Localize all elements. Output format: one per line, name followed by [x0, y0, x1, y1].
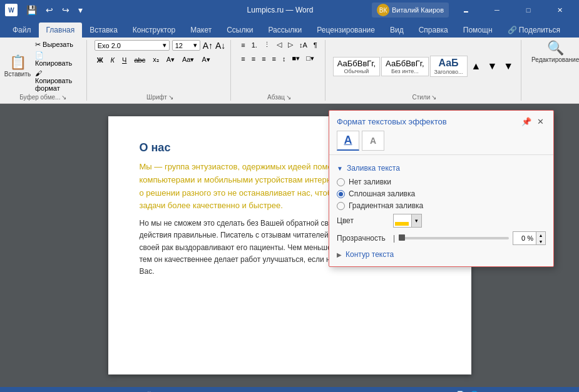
slider-pipe: |	[393, 234, 395, 243]
transparency-value-box[interactable]: 0 % ▲ ▼	[513, 231, 546, 245]
italic-button[interactable]: К	[108, 56, 117, 64]
multilevel-button[interactable]: ⋮	[261, 40, 273, 49]
clipboard-label: Буфер обме... ↘	[5, 94, 81, 101]
user-badge[interactable]: ВК Виталий Каиров	[372, 3, 449, 18]
color-dropdown-arrow[interactable]: ▾	[412, 214, 422, 228]
tab-assist[interactable]: Помощн	[456, 23, 500, 38]
show-marks-button[interactable]: ¶	[311, 40, 320, 49]
borders-button[interactable]: □▾	[304, 54, 317, 63]
color-row[interactable]: A▾	[164, 55, 177, 64]
text-effects-button[interactable]: A▾	[199, 55, 212, 64]
tab-share[interactable]: 🔗 Поделиться	[500, 23, 568, 38]
styles-scroll-down[interactable]: ▼	[484, 60, 500, 73]
numbering-button[interactable]: 1.	[249, 40, 260, 49]
user-name: Виталий Каиров	[392, 6, 444, 14]
spinner-up[interactable]: ▲	[536, 232, 545, 238]
editing-content: 🔍 Редактирование	[529, 40, 579, 99]
strikethrough-button[interactable]: abc	[131, 56, 148, 64]
save-button[interactable]: 💾	[24, 4, 39, 16]
font-selector[interactable]: Exo 2.0 ▾	[95, 40, 170, 51]
solid-fill-radio[interactable]	[337, 190, 345, 198]
tab-mailings[interactable]: Рассылки	[260, 23, 309, 38]
format-panel: Формат текстовых эффектов 📌 ✕ A A ▼ Зали…	[329, 110, 554, 267]
tab-layout[interactable]: Макет	[183, 23, 219, 38]
align-right-button[interactable]: ≡	[259, 54, 268, 63]
transparency-track[interactable]	[399, 237, 509, 239]
decrease-font-button[interactable]: A↓	[215, 41, 225, 51]
indent-increase-button[interactable]: ▷	[285, 40, 295, 49]
redo-button[interactable]: ↪	[59, 4, 72, 16]
solid-fill-label: Сплошная заливка	[349, 189, 415, 198]
no-fill-radio[interactable]	[337, 178, 345, 186]
paragraph-expand-icon[interactable]: ↘	[286, 94, 291, 101]
font-dropdown-icon: ▾	[163, 41, 167, 49]
title-bar-left: W 💾 ↩ ↪ ▾	[5, 4, 188, 16]
style-normal[interactable]: АаБбВвГг, Обычный	[333, 57, 380, 76]
align-left-button[interactable]: ≡	[238, 54, 247, 63]
font-size-selector[interactable]: 12 ▾	[172, 40, 200, 51]
cut-button[interactable]: ✂ Вырезать	[33, 40, 81, 49]
tab-home[interactable]: Главная	[39, 23, 83, 38]
maximize-button[interactable]: □	[514, 0, 543, 20]
style-no-spacing[interactable]: АаБбВвГг, Без инте...	[381, 57, 428, 76]
gradient-fill-option[interactable]: Градиентная заливка	[337, 201, 546, 210]
search-button[interactable]: 🔍 Редактирование	[529, 40, 579, 64]
close-button[interactable]: ✕	[545, 0, 574, 20]
increase-font-button[interactable]: A↑	[203, 41, 213, 51]
clipboard-expand-icon[interactable]: ↘	[61, 94, 66, 101]
align-center-button[interactable]: ≡	[249, 54, 258, 63]
bold-button[interactable]: Ж	[95, 56, 106, 64]
transparency-thumb[interactable]	[399, 234, 405, 241]
tab-help[interactable]: Справка	[411, 23, 456, 38]
shading-button[interactable]: ■▾	[290, 54, 303, 63]
sort-button[interactable]: ↕A	[297, 40, 310, 49]
paste-button[interactable]: 📋 Вставить	[5, 54, 30, 79]
paragraph-label: Абзац ↘	[238, 94, 319, 101]
no-fill-option[interactable]: Нет заливки	[337, 178, 546, 186]
color-swatch-button[interactable]	[393, 214, 412, 228]
panel-pin-button[interactable]: 📌	[521, 116, 532, 127]
copy-button[interactable]: 📄 Копировать	[33, 51, 81, 68]
format-copy-button[interactable]: 🖌 Копировать формат	[33, 69, 81, 93]
outline-section[interactable]: ▶ Контур текста	[337, 250, 546, 259]
font-row1: Exo 2.0 ▾ 12 ▾ A↑ A↓	[95, 40, 226, 51]
spinner-down[interactable]: ▼	[536, 238, 545, 244]
line-spacing-button[interactable]: ↕	[280, 54, 289, 63]
style-heading[interactable]: АаБ Заголово...	[430, 56, 468, 77]
fill-section-header[interactable]: ▼ Заливка текста	[337, 164, 546, 173]
solid-fill-option[interactable]: Сплошная заливка	[337, 189, 546, 198]
underline-button[interactable]: Ч	[120, 56, 129, 64]
styles-expand-icon[interactable]: ↘	[431, 94, 436, 101]
transparency-spinner[interactable]: ▲ ▼	[536, 232, 545, 244]
customize-button[interactable]: ▾	[76, 4, 85, 16]
clipboard-content: 📋 Вставить ✂ Вырезать 📄 Копировать 🖌 Коп…	[5, 40, 81, 93]
subscript-button[interactable]: x₂	[150, 55, 161, 64]
styles-more[interactable]: ▼	[501, 60, 516, 73]
outline-label: Контур текста	[346, 250, 394, 259]
ribbon-collapse-button[interactable]: 🗕	[451, 0, 480, 20]
transparency-slider[interactable]: | 0 % ▲ ▼	[393, 231, 546, 245]
panel-tab-outline[interactable]: A	[362, 131, 384, 151]
color-picker[interactable]: ▾	[393, 214, 422, 228]
font-expand-icon[interactable]: ↘	[168, 94, 173, 101]
tab-review[interactable]: Рецензирование	[309, 23, 382, 38]
tab-view[interactable]: Вид	[382, 23, 411, 38]
color-row: Цвет ▾	[337, 214, 546, 228]
tab-insert[interactable]: Вставка	[82, 23, 125, 38]
styles-scroll-up[interactable]: ▲	[469, 60, 484, 73]
undo-button[interactable]: ↩	[43, 4, 56, 16]
bullets-button[interactable]: ≡	[238, 40, 247, 49]
panel-body: ▼ Заливка текста Нет заливки Сплошная за…	[329, 159, 553, 266]
tab-references[interactable]: Ссылки	[219, 23, 260, 38]
transparency-value: 0 %	[513, 234, 536, 243]
tab-file[interactable]: Файл	[5, 23, 39, 38]
highlight-button[interactable]: Aa▾	[180, 55, 197, 64]
minimize-button[interactable]: ─	[483, 0, 511, 20]
indent-decrease-button[interactable]: ◁	[274, 40, 284, 49]
tab-design[interactable]: Конструктор	[125, 23, 183, 38]
para-row1: ≡ 1. ⋮ ◁ ▷ ↕A ¶	[238, 40, 319, 49]
align-justify-button[interactable]: ≡	[270, 54, 279, 63]
gradient-fill-radio[interactable]	[337, 202, 345, 210]
panel-tab-fill[interactable]: A	[337, 131, 359, 151]
panel-close-button[interactable]: ✕	[535, 116, 546, 127]
